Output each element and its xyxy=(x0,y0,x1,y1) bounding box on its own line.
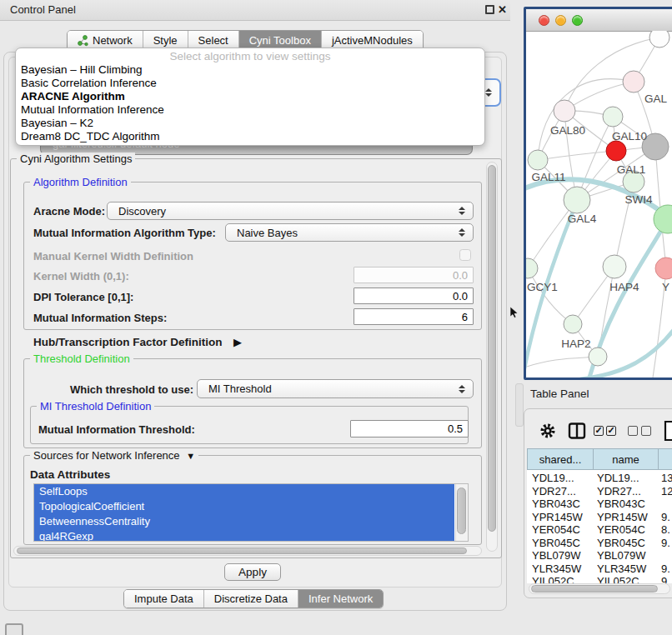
cell-shared-name: YER054C xyxy=(532,523,592,537)
node-label: GAL1 xyxy=(617,163,646,176)
table-row[interactable]: YBL079W YBL079W xyxy=(527,549,672,562)
minimized-panel-icon[interactable] xyxy=(5,623,23,635)
table-row[interactable]: YBR045C YBR045C 9. xyxy=(527,537,672,550)
cyni-bottom-tabbar: Impute Data Discretize Data Infer Networ… xyxy=(123,589,384,608)
tab-network-label: Network xyxy=(93,34,133,47)
dpi-tolerance-label: DPI Tolerance [0,1]: xyxy=(33,291,133,303)
menu-item-bayesian-k2[interactable]: Bayesian – K2 xyxy=(21,117,479,130)
node-gal11 xyxy=(528,150,548,170)
sources-group-titlebar[interactable]: Sources for Network Inference ▼ xyxy=(30,449,198,462)
tab-style-label: Style xyxy=(153,34,178,47)
which-threshold-label: Which threshold to use: xyxy=(70,383,193,396)
list-item[interactable]: BetweennessCentrality xyxy=(34,514,454,529)
menu-item-bayesian-hill-climbing[interactable]: Bayesian – Hill Climbing xyxy=(21,63,479,77)
list-item[interactable]: SelfLoops xyxy=(34,484,454,499)
node-gal-pink xyxy=(623,71,644,92)
cell-value: 13 xyxy=(661,472,672,485)
table-row[interactable]: YBR043C YBR043C xyxy=(527,498,672,511)
network-view-frame[interactable]: GAL GAL80 GAL10 GAL1 GAL11 SWI4 GAL4 GCY… xyxy=(524,7,672,380)
gear-icon[interactable] xyxy=(539,422,557,440)
tab-cyni-toolbox-label: Cyni Toolbox xyxy=(249,34,311,47)
cell-name: YBR043C xyxy=(597,498,657,511)
list-item[interactable]: gal4RGexp xyxy=(34,529,454,542)
table-row[interactable]: YLR345W YLR345W 9. xyxy=(527,562,672,576)
tab-impute-data[interactable]: Impute Data xyxy=(124,590,204,608)
combo-stepper-icon xyxy=(485,88,492,97)
tab-infer-network[interactable]: Infer Network xyxy=(298,590,383,608)
data-attributes-label: Data Attributes xyxy=(30,468,110,481)
table-row[interactable]: YDL19... YDL19... 13 xyxy=(527,472,672,485)
mi-steps-label: Mutual Information Steps: xyxy=(33,312,167,324)
node-label: GCY1 xyxy=(527,281,558,293)
manual-kernel-checkbox[interactable] xyxy=(459,249,471,261)
window-zoom-icon[interactable] xyxy=(572,15,583,26)
cell-value xyxy=(661,549,672,562)
tab-jactivemnodules-label: jActiveMNodules xyxy=(332,34,413,47)
mi-threshold-title: MI Threshold Definition xyxy=(37,400,154,412)
column-header-name[interactable]: name xyxy=(593,448,659,470)
side-scrollbar-fragment[interactable] xyxy=(515,383,524,427)
cell-name: YIL052C xyxy=(597,575,657,583)
network-icon xyxy=(78,35,88,47)
node-label: GAL80 xyxy=(550,124,585,137)
network-thin-edges xyxy=(526,38,666,378)
cell-name: YBR045C xyxy=(597,537,657,550)
collapse-down-arrow-icon: ▼ xyxy=(186,451,195,461)
network-window-titlebar[interactable] xyxy=(526,9,672,32)
control-panel-titlebar: Control Panel ✕ xyxy=(0,0,510,21)
unchecked-boxes-icon[interactable] xyxy=(628,426,651,436)
window-minimize-icon[interactable] xyxy=(555,15,566,26)
settings-vertical-scrollbar-thumb[interactable] xyxy=(488,165,496,532)
node-gal1-red xyxy=(606,141,626,161)
list-vertical-scrollbar-thumb[interactable] xyxy=(457,488,466,534)
dpi-tolerance-field[interactable] xyxy=(354,288,474,304)
close-panel-button[interactable]: ✕ xyxy=(498,3,507,16)
float-panel-button[interactable] xyxy=(485,5,494,14)
which-threshold-combo[interactable]: MI Threshold xyxy=(197,379,474,398)
cell-value: 8. xyxy=(661,523,672,537)
column-header-shared[interactable]: shared... xyxy=(527,448,594,470)
mi-type-value: Naive Bayes xyxy=(237,227,298,239)
split-columns-icon[interactable] xyxy=(568,422,586,440)
data-attributes-listbox: SelfLoops TopologicalCoefficient Between… xyxy=(33,483,469,542)
kernel-width-field[interactable] xyxy=(354,267,474,283)
node-unlabeled xyxy=(649,31,669,48)
kernel-width-label: Kernel Width (0,1): xyxy=(33,270,129,282)
apply-button[interactable]: Apply xyxy=(224,563,281,581)
mi-steps-field[interactable] xyxy=(354,308,474,325)
menu-item-mutual-information[interactable]: Mutual Information Inference xyxy=(21,103,479,117)
mi-type-combo[interactable]: Naive Bayes xyxy=(225,223,474,242)
screenshot-root: Control Panel ✕ Network Style Select Cyn… xyxy=(0,0,672,635)
list-item[interactable]: TopologicalCoefficient xyxy=(34,499,454,514)
menu-item-basic-correlation[interactable]: Basic Correlation Inference xyxy=(21,77,479,90)
menu-item-dream8[interactable]: Dream8 DC_TDC Algorithm xyxy=(21,130,479,143)
table-horizontal-scrollbar-thumb[interactable] xyxy=(531,585,658,592)
algorithm-dropdown-popup: Select algorithm to view settings Bayesi… xyxy=(15,48,485,146)
document-icon[interactable] xyxy=(664,420,672,442)
checked-boxes-icon[interactable]: ✓✓ xyxy=(594,426,616,436)
window-close-icon[interactable] xyxy=(539,15,549,26)
table-panel-title: Table Panel xyxy=(530,388,589,400)
node-label: HAP2 xyxy=(561,338,590,350)
cell-shared-name: YDR27... xyxy=(532,485,592,498)
menu-item-aracne[interactable]: ARACNE Algorithm xyxy=(21,90,479,103)
mi-threshold-field[interactable] xyxy=(350,420,469,438)
table-row[interactable]: YDR27... YDR27... 12 xyxy=(527,485,672,498)
network-canvas[interactable]: GAL GAL80 GAL10 GAL1 GAL11 SWI4 GAL4 GCY… xyxy=(526,31,672,378)
node-label: HAP4 xyxy=(609,281,639,293)
table-row[interactable]: YPR145W YPR145W 9. xyxy=(527,511,672,524)
hub-definition-expander[interactable]: Hub/Transcription Factor Definition ▶ xyxy=(33,334,242,349)
table-row[interactable]: YER054C YER054C 8. xyxy=(527,523,672,537)
sources-group-title: Sources for Network Inference xyxy=(33,449,180,462)
column-header-label: shared... xyxy=(539,453,582,466)
node-label: GAL xyxy=(644,92,668,105)
column-header-partial[interactable] xyxy=(658,448,672,470)
network-node-labels: GAL GAL80 GAL10 GAL1 GAL11 SWI4 GAL4 GCY… xyxy=(527,92,669,350)
node-hap2 xyxy=(564,315,582,333)
which-threshold-value: MI Threshold xyxy=(208,382,272,395)
tab-discretize-data[interactable]: Discretize Data xyxy=(204,590,298,608)
table-row[interactable]: YIL052C YIL052C 9 xyxy=(527,575,672,583)
settings-horizontal-scrollbar-thumb[interactable] xyxy=(17,548,467,554)
algorithm-definition-title: Algorithm Definition xyxy=(30,176,131,188)
aracne-mode-combo[interactable]: Discovery xyxy=(107,202,474,220)
